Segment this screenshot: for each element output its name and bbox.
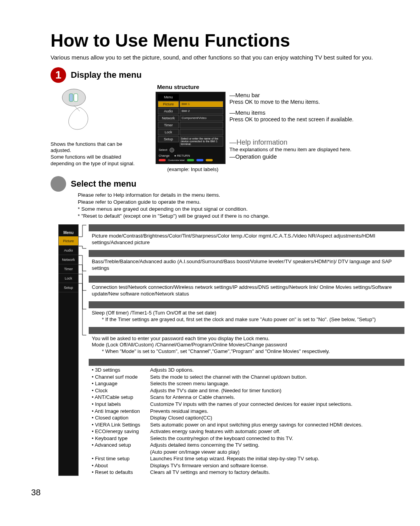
step2-line-2: * Some menus are grayed out depending on… (78, 206, 404, 213)
remote-block: Shows the functions that can be adjusted… (51, 84, 144, 172)
sidebar-timer: Timer (59, 264, 78, 274)
step1-body: Shows the functions that can be adjusted… (51, 84, 404, 172)
setup-row: • Channel surf modeSets the mode to sele… (89, 374, 404, 381)
menu-screenshot: Menu PictureBMI 1 AudioBMI 2 NetworkComp… (156, 92, 226, 164)
section-bar-network (89, 276, 404, 283)
section-timer: Sleep (Off timer) /Timer1-5 (Turn On/Off… (89, 309, 404, 327)
ok-icon (170, 148, 174, 152)
setup-label: • Channel surf mode (92, 374, 150, 381)
setup-row: • Reset to defaultsClears all TV setting… (89, 469, 404, 476)
setup-row: • Input labelsCustomize TV inputs with t… (89, 401, 404, 408)
setup-label: • Keyboard type (92, 435, 150, 442)
setup-label: • Anti Image retention (92, 408, 150, 415)
setup-desc: Scans for Antenna or Cable channels. (150, 394, 401, 401)
setup-label: • VIERA Link Settings (92, 421, 150, 428)
setup-label: • 3D settings (92, 367, 150, 374)
sections: Picture mode/Contrast/Brightness/Color/T… (89, 224, 404, 476)
menu-tab-setup: Setup (158, 136, 179, 142)
setup-row: • Closed captionDisplay Closed caption(C… (89, 414, 404, 421)
menu-tab-audio: Audio (158, 108, 179, 114)
section-timer-note: * If the Timer settings are grayed out, … (92, 316, 376, 322)
setup-desc: Launches First time setup wizard. Repeat… (150, 455, 401, 462)
section-bar-setup (89, 359, 404, 366)
setup-row: • Advanced setupAdjusts detailed items c… (89, 442, 404, 455)
step1-badge: 1 (51, 67, 66, 83)
menu-select-row: Select (158, 147, 224, 153)
menu-row-3 (180, 122, 223, 128)
annot-items-text: Press OK to proceed to the next screen i… (229, 116, 354, 123)
step2-line-1: Please refer to Operation guide to opera… (78, 199, 404, 206)
menu-tab-lock: Lock (158, 129, 179, 135)
change-label: Change (159, 154, 170, 157)
svg-rect-1 (69, 94, 73, 101)
setup-row: • Anti Image retentionPrevents residual … (89, 408, 404, 415)
return-label: ● RETURN (174, 154, 190, 157)
annot-menubar-text: Press OK to move to the Menu items. (229, 98, 354, 105)
setup-desc: Clears all TV settings and memory to fac… (150, 469, 401, 476)
sidebar-lock: Lock (59, 274, 78, 283)
section-lock: You will be asked to enter your password… (89, 335, 404, 359)
connector-lines (79, 224, 86, 476)
setup-desc: Prevents residual images. (150, 408, 401, 415)
step1-header: 1 Display the menu (51, 67, 404, 83)
setup-desc: Display Closed caption(CC) (150, 414, 401, 421)
setup-row: • Keyboard typeSelects the country/regio… (89, 435, 404, 442)
setup-label: • About (92, 462, 150, 469)
setup-row: • AboutDisplays TV's firmware version an… (89, 462, 404, 469)
big-structure: Menu Picture Audio Network Timer Lock Se… (58, 224, 404, 476)
menu-row-1: BMI 2 (180, 108, 223, 114)
section-lock-note: * When "Mode" is set to "Custom", set "C… (92, 348, 330, 354)
step2-line-0: Please refer to Help information for det… (78, 192, 404, 199)
svg-rect-2 (74, 94, 78, 101)
setup-label: • First time setup (92, 455, 150, 462)
menu-label: Menu (158, 94, 179, 100)
sidebar-audio: Audio (59, 246, 78, 255)
menu-tab-network: Network (158, 115, 179, 121)
step2-badge (51, 176, 66, 192)
section-picture: Picture mode/Contrast/Brightness/Color/T… (89, 232, 404, 250)
menu-color-pill-row: Customize label (158, 158, 224, 162)
step2-title: Select the menu (71, 179, 136, 189)
setup-desc: Adjusts 3D options. (150, 367, 401, 374)
menu-annotations: —Menu bar Press OK to move to the Menu i… (229, 92, 354, 164)
remote-text: Shows the functions that can be adjusted… (51, 141, 144, 168)
section-lock-main: You will be asked to enter your password… (92, 336, 287, 348)
section-bar-timer (89, 301, 404, 308)
sidebar-network: Network (59, 255, 78, 264)
step2-body: Please refer to Help information for det… (78, 192, 404, 220)
setup-row: • First time setupLaunches First time se… (89, 455, 404, 462)
annot-help-text: The explanations of the menu item are di… (229, 147, 354, 153)
setup-desc: Adjusts detailed items concerning the TV… (150, 442, 401, 455)
setup-label: • Language (92, 380, 150, 387)
setup-desc: Adjusts the TV's date and time. (Needed … (150, 387, 401, 394)
setup-row: • ECO/energy savingActivates energy savi… (89, 428, 404, 435)
setup-desc: Selects the screen menu language. (150, 380, 401, 387)
annot-items-title: —Menu items (229, 109, 354, 116)
section-timer-main: Sleep (Off timer) /Timer1-5 (Turn On/Off… (92, 310, 216, 316)
sidebar-header: Menu (59, 229, 78, 236)
setup-label: • Closed caption (92, 414, 150, 421)
annot-menubar-title: —Menu bar (229, 92, 354, 98)
sidebar-picture: Picture (59, 236, 78, 246)
menu-sidebar: Menu Picture Audio Network Timer Lock Se… (58, 224, 79, 476)
annot-help-title: —Help information (229, 138, 354, 147)
setup-row: • VIERA Link SettingsSets automatic powe… (89, 421, 404, 428)
setup-desc: Sets automatic power on and input switch… (150, 421, 401, 428)
setup-row: • ClockAdjusts the TV's date and time. (… (89, 387, 404, 394)
menu-change-row: Change ● RETURN (158, 153, 224, 158)
setup-label: • ANT/Cable setup (92, 394, 150, 401)
section-audio: Bass/Treble/Balance/Advanced audio (A.I.… (89, 258, 404, 276)
setup-row: • LanguageSelects the screen menu langua… (89, 380, 404, 387)
page-number: 38 (31, 488, 404, 498)
menu-help-text: Select or enter the name of the device c… (180, 136, 223, 147)
setup-desc: Sets the mode to select the channel with… (150, 374, 401, 381)
setup-desc: Displays TV's firmware version and softw… (150, 462, 401, 469)
setup-label: • Input labels (92, 401, 150, 408)
section-network: Connection test/Network connection/Wirel… (89, 283, 404, 301)
setup-desc: Activates energy saving features with au… (150, 428, 401, 435)
select-label: Select (159, 148, 167, 152)
section-bar-audio (89, 250, 404, 257)
menu-structure: Menu structure Menu PictureBMI 1 AudioBM… (156, 84, 354, 172)
menu-tab-picture: Picture (158, 101, 179, 107)
annot-guide-title: —Operation guide (229, 153, 354, 160)
